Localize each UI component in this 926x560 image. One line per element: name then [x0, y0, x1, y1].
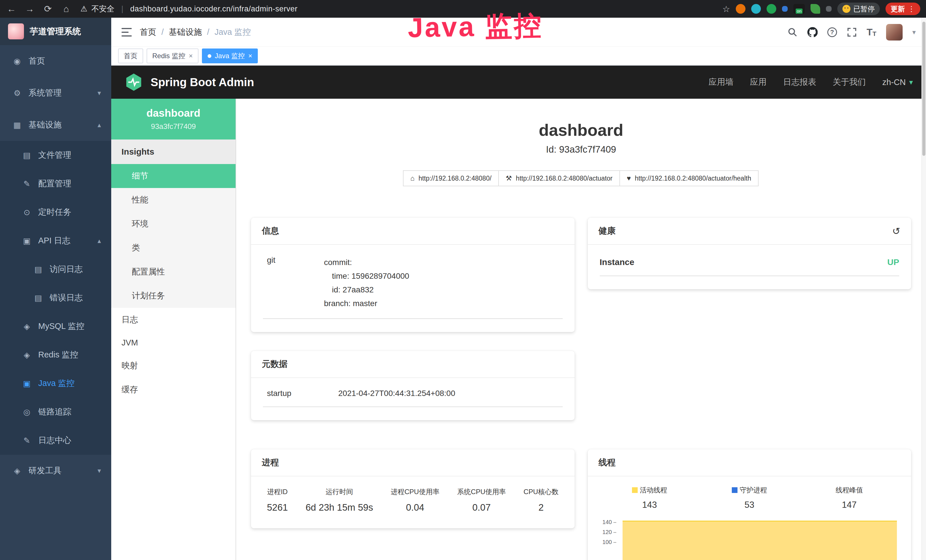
active-tab-dot: [207, 54, 211, 58]
extension-grid-icon[interactable]: [782, 6, 788, 12]
extension-on-badge-icon[interactable]: on: [793, 4, 805, 14]
tab-java-monitor[interactable]: Java 监控 ×: [202, 48, 258, 64]
browser-home-icon[interactable]: ⌂: [61, 4, 72, 14]
sba-locale-select[interactable]: zh-CN ▾: [882, 77, 913, 87]
sidebar-item-label: API 日志: [38, 235, 70, 247]
sba-brand-title[interactable]: Spring Boot Admin: [151, 76, 254, 89]
sidebar-item-trace[interactable]: ◎ 链路追踪: [0, 398, 111, 426]
sba-nav-about[interactable]: 关于我们: [833, 76, 866, 88]
metric-label: 进程CPU使用率: [391, 487, 439, 496]
sidebar-item-java-monitor[interactable]: ▣ Java 监控: [0, 369, 111, 398]
extension-drop-icon[interactable]: [751, 4, 761, 14]
sidebar-item-redis-monitor[interactable]: ◈ Redis 监控: [0, 341, 111, 369]
sba-item-scheduled-tasks[interactable]: 计划任务: [111, 284, 236, 308]
instance-id: 93a3fc7f7409: [117, 122, 230, 131]
sba-nav-journal[interactable]: 日志报表: [783, 76, 816, 88]
sidebar-item-access-log[interactable]: ▤ 访问日志: [0, 255, 111, 283]
metric-label: 运行时间: [306, 487, 373, 496]
close-icon[interactable]: ×: [189, 52, 193, 60]
page-scrollbar[interactable]: [921, 18, 926, 560]
breadcrumb-infra[interactable]: 基础设施: [169, 27, 202, 38]
profile-paused-badge[interactable]: 已暂停: [837, 3, 880, 15]
process-metrics-row: 进程ID 5261 运行时间 6d 23h 15m 59s 进程CPU使用率 0…: [263, 486, 563, 515]
bookmark-star-icon[interactable]: ☆: [722, 4, 730, 14]
link-root-url[interactable]: ⌂ http://192.168.0.2:48080/: [403, 170, 499, 186]
back-icon[interactable]: ←: [6, 4, 17, 14]
metric-value: 5261: [267, 502, 288, 513]
trace-eye-icon: ◎: [22, 407, 32, 417]
browser-menu-kebab-icon[interactable]: ⋮: [908, 5, 915, 14]
github-icon[interactable]: [807, 27, 818, 37]
chevron-down-icon: ▾: [98, 467, 101, 475]
instance-header[interactable]: dashboard 93a3fc7f7409: [111, 99, 236, 139]
reload-icon[interactable]: ⟳: [42, 3, 54, 14]
address-bar[interactable]: ⚠ 不安全 | dashboard.yudao.iocoder.cn/infra…: [80, 4, 297, 14]
extension-leaf-icon[interactable]: [811, 4, 820, 14]
extension-y-icon[interactable]: [767, 4, 776, 14]
instance-links: ⌂ http://192.168.0.2:48080/ ⚒ http://192…: [251, 170, 911, 186]
scrollbar-thumb[interactable]: [922, 22, 925, 156]
sidebar-item-error-log[interactable]: ▤ 错误日志: [0, 283, 111, 312]
update-button[interactable]: 更新 ⋮: [885, 3, 920, 15]
close-icon[interactable]: ×: [248, 52, 252, 60]
admin-logo-image: [8, 23, 24, 39]
breadcrumb-home[interactable]: 首页: [140, 27, 156, 38]
sba-item-jvm[interactable]: JVM: [111, 332, 236, 354]
app-frame: 芋道管理系统 ◉ 首页 ⚙ 系统管理 ▾ ▦ 基础设施 ▴ ▤ 文件管理 ✎ 配…: [0, 18, 926, 560]
sba-item-classes[interactable]: 类: [111, 236, 236, 260]
forward-icon[interactable]: →: [24, 4, 35, 14]
metric-value: 2: [524, 502, 559, 513]
sba-item-details[interactable]: 细节: [111, 164, 236, 188]
sidebar-item-scheduled-job[interactable]: ⊙ 定时任务: [0, 198, 111, 227]
sidebar-item-config-manage[interactable]: ✎ 配置管理: [0, 170, 111, 198]
info-row-label: git: [267, 256, 324, 310]
dev-tools-icon: ◈: [12, 466, 22, 475]
legend-yellow-square-icon: [632, 487, 638, 493]
extension-fox-icon[interactable]: [736, 4, 746, 14]
health-card-header: 健康 ↺: [588, 218, 911, 245]
fullscreen-icon[interactable]: [847, 27, 857, 37]
metric-value: 0.04: [391, 502, 439, 513]
metric-label: CPU核心数: [524, 487, 559, 496]
sba-sidebar: dashboard 93a3fc7f7409 Insights 细节 性能 环境…: [111, 99, 236, 560]
font-size-icon[interactable]: TT: [867, 27, 876, 38]
sidebar-item-infra[interactable]: ▦ 基础设施 ▴: [0, 109, 111, 141]
profile-smiley-icon: [843, 5, 850, 13]
sidebar-item-log-center[interactable]: ✎ 日志中心: [0, 426, 111, 455]
tab-home[interactable]: 首页: [118, 48, 143, 64]
search-icon[interactable]: [787, 27, 798, 37]
sidebar-item-system[interactable]: ⚙ 系统管理 ▾: [0, 77, 111, 109]
tab-redis-monitor[interactable]: Redis 监控 ×: [147, 48, 198, 64]
user-avatar[interactable]: [886, 24, 903, 41]
paused-label: 已暂停: [853, 4, 875, 14]
sidebar-item-mysql-monitor[interactable]: ◈ MySQL 监控: [0, 312, 111, 341]
sba-header: Spring Boot Admin 应用墙 应用 日志报表 关于我们 zh-CN…: [111, 66, 926, 99]
sba-item-caches[interactable]: 缓存: [111, 378, 236, 402]
sba-item-mappings[interactable]: 映射: [111, 354, 236, 378]
link-health-url[interactable]: ♥ http://192.168.0.2:48080/actuator/heal…: [619, 170, 759, 186]
sidebar-item-home[interactable]: ◉ 首页: [0, 45, 111, 77]
sba-nav-wallboard[interactable]: 应用墙: [709, 76, 734, 88]
sba-item-logs[interactable]: 日志: [111, 308, 236, 332]
history-icon[interactable]: ↺: [892, 226, 900, 237]
legend-value: 143: [600, 500, 699, 510]
log-center-icon: ✎: [22, 436, 32, 445]
sidebar-item-dev-tools[interactable]: ◈ 研发工具 ▾: [0, 455, 111, 487]
sba-item-environment[interactable]: 环境: [111, 212, 236, 236]
help-icon[interactable]: ?: [827, 27, 837, 37]
infra-submenu: ▤ 文件管理 ✎ 配置管理 ⊙ 定时任务 ▣ API 日志 ▴ ▤ 访问日志 ▤: [0, 141, 111, 455]
sba-nav-applications[interactable]: 应用: [750, 76, 767, 88]
sidebar-item-file-manage[interactable]: ▤ 文件管理: [0, 141, 111, 170]
heart-icon: ♥: [627, 174, 631, 182]
sidebar-item-api-log[interactable]: ▣ API 日志 ▴: [0, 227, 111, 255]
link-actuator-url[interactable]: ⚒ http://192.168.0.2:48080/actuator: [498, 170, 620, 186]
sba-item-config-props[interactable]: 配置属性: [111, 260, 236, 284]
extension-puzzle-icon[interactable]: [826, 6, 832, 12]
admin-logo-header[interactable]: 芋道管理系统: [0, 18, 111, 45]
metadata-row-label: startup: [267, 389, 338, 398]
avatar-caret-down-icon[interactable]: ▾: [912, 28, 916, 36]
sba-item-performance[interactable]: 性能: [111, 188, 236, 212]
y-axis-tick: 120: [600, 529, 616, 536]
sidebar-toggle-hamburger-icon[interactable]: [121, 28, 132, 36]
metric-label: 进程ID: [267, 487, 288, 496]
